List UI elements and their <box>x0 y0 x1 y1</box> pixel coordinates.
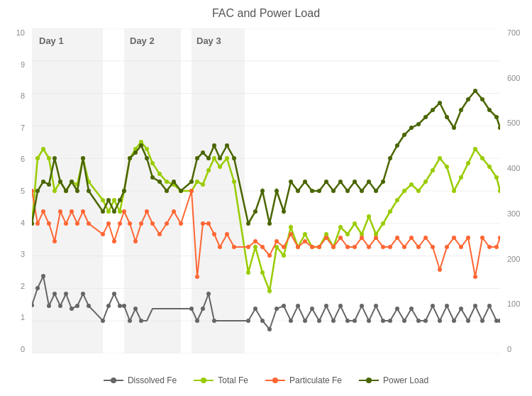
svg-point-37 <box>212 319 216 323</box>
svg-point-283 <box>494 115 499 119</box>
day1-label: Day 1 <box>39 35 64 46</box>
svg-point-35 <box>201 307 205 311</box>
svg-point-29 <box>122 304 126 308</box>
svg-point-125 <box>367 214 371 219</box>
svg-point-199 <box>395 236 399 240</box>
svg-point-148 <box>47 221 51 226</box>
chart-svg: Day 1 Day 2 Day 3 <box>32 28 500 353</box>
svg-point-94 <box>145 147 149 151</box>
svg-point-186 <box>303 239 307 243</box>
svg-point-190 <box>331 245 336 249</box>
svg-point-218 <box>47 182 51 187</box>
svg-point-142 <box>487 165 492 169</box>
svg-point-236 <box>157 180 162 184</box>
svg-point-262 <box>345 189 350 193</box>
svg-point-244 <box>212 143 216 148</box>
svg-point-57 <box>381 319 385 323</box>
svg-point-271 <box>409 126 414 130</box>
svg-point-181 <box>267 253 272 258</box>
svg-point-18 <box>52 292 57 296</box>
svg-point-166 <box>157 232 162 236</box>
svg-point-48 <box>317 319 321 323</box>
svg-point-257 <box>310 189 314 193</box>
svg-point-109 <box>253 245 257 249</box>
svg-point-226 <box>101 209 105 214</box>
svg-point-76 <box>35 156 40 160</box>
svg-point-214 <box>498 236 500 240</box>
svg-point-275 <box>438 101 442 105</box>
svg-point-70 <box>473 304 477 308</box>
svg-point-22 <box>75 304 79 308</box>
svg-point-179 <box>253 239 257 243</box>
svg-point-137 <box>452 189 456 193</box>
svg-point-193 <box>353 245 357 249</box>
svg-point-138 <box>459 175 463 180</box>
legend-item-particulate-fe: Particulate Fe <box>265 375 342 385</box>
svg-point-155 <box>87 221 91 226</box>
svg-point-88 <box>112 198 116 202</box>
svg-point-163 <box>139 221 143 226</box>
svg-point-230 <box>122 189 126 193</box>
svg-point-274 <box>431 108 435 112</box>
svg-point-252 <box>275 189 279 193</box>
svg-point-184 <box>289 232 293 236</box>
svg-point-79 <box>52 189 57 193</box>
day2-label: Day 2 <box>130 35 155 46</box>
svg-point-198 <box>388 245 392 249</box>
svg-point-116 <box>303 232 307 236</box>
svg-point-282 <box>487 108 492 112</box>
svg-point-261 <box>338 180 343 184</box>
svg-point-133 <box>423 180 428 184</box>
svg-point-147 <box>41 209 45 214</box>
svg-point-32 <box>139 319 143 323</box>
legend-item-total-fe: Total Fe <box>194 375 248 385</box>
svg-point-259 <box>324 180 328 184</box>
svg-point-250 <box>260 189 265 193</box>
svg-point-225 <box>87 189 91 193</box>
svg-point-38 <box>246 319 250 323</box>
svg-point-87 <box>106 209 111 214</box>
svg-point-127 <box>381 221 385 226</box>
svg-point-162 <box>133 239 138 243</box>
svg-point-172 <box>201 221 205 226</box>
svg-point-135 <box>438 156 442 160</box>
svg-point-47 <box>310 307 314 311</box>
svg-point-101 <box>195 180 199 184</box>
svg-point-182 <box>275 239 279 243</box>
svg-point-146 <box>35 221 40 226</box>
svg-point-61 <box>409 307 414 311</box>
svg-point-227 <box>106 198 111 202</box>
svg-point-175 <box>218 245 222 249</box>
svg-point-161 <box>128 221 132 226</box>
svg-point-31 <box>133 307 138 311</box>
svg-point-139 <box>466 161 470 165</box>
svg-point-26 <box>106 304 111 308</box>
svg-point-256 <box>303 180 307 184</box>
svg-point-78 <box>47 156 51 160</box>
svg-point-249 <box>253 209 257 214</box>
svg-point-208 <box>459 245 463 249</box>
svg-point-19 <box>58 304 62 308</box>
svg-point-264 <box>360 189 364 193</box>
svg-point-238 <box>172 180 176 184</box>
svg-point-204 <box>431 245 435 249</box>
svg-point-203 <box>423 236 428 240</box>
legend-label-particulate-fe: Particulate Fe <box>289 375 342 385</box>
svg-point-187 <box>310 245 314 249</box>
svg-point-86 <box>101 198 105 202</box>
svg-point-241 <box>195 156 199 160</box>
svg-point-272 <box>416 122 421 126</box>
svg-point-237 <box>165 189 169 193</box>
svg-point-191 <box>338 236 343 240</box>
svg-point-53 <box>353 319 357 323</box>
svg-point-247 <box>232 156 236 160</box>
svg-point-28 <box>118 304 122 308</box>
svg-point-111 <box>267 289 272 293</box>
svg-point-276 <box>445 115 449 119</box>
svg-point-221 <box>64 189 68 193</box>
svg-point-228 <box>112 209 116 214</box>
svg-point-27 <box>112 292 116 296</box>
svg-point-49 <box>324 304 328 308</box>
svg-point-17 <box>47 304 51 308</box>
svg-point-65 <box>438 319 442 323</box>
